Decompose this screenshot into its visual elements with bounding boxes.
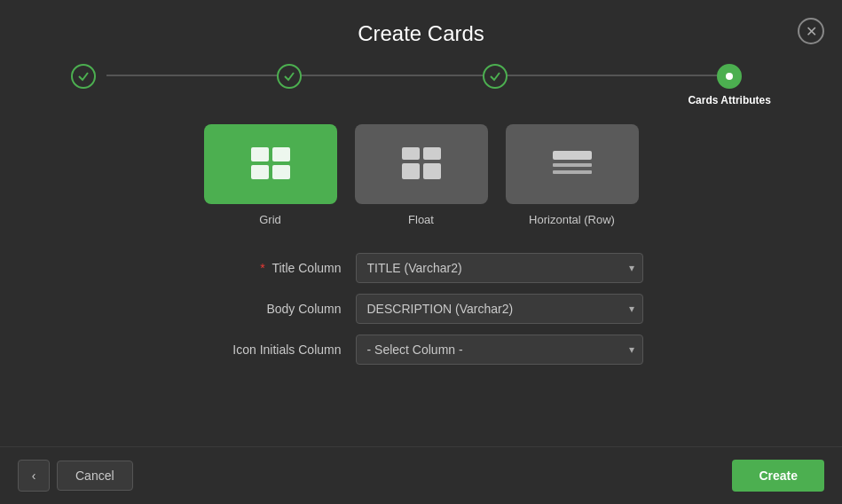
card-type-selector: Grid Float — [204, 124, 639, 226]
title-column-wrapper: TITLE (Varchar2) DESCRIPTION (Varchar2) … — [356, 253, 643, 283]
step-4-circle — [717, 64, 742, 89]
body-column-wrapper: DESCRIPTION (Varchar2) TITLE (Varchar2) … — [356, 294, 643, 324]
step-1-circle — [71, 64, 96, 89]
cancel-button[interactable]: Cancel — [57, 461, 133, 491]
svg-rect-11 — [553, 170, 592, 174]
title-column-select[interactable]: TITLE (Varchar2) DESCRIPTION (Varchar2) … — [356, 253, 643, 283]
create-cards-dialog: Create Cards ✕ Cards Attributes — [0, 0, 842, 504]
close-button[interactable]: ✕ — [798, 18, 824, 44]
svg-rect-8 — [423, 163, 441, 179]
create-button[interactable]: Create — [732, 460, 824, 492]
horizontal-label: Horizontal (Row) — [529, 213, 615, 226]
step-2 — [277, 64, 302, 89]
svg-rect-1 — [251, 147, 269, 161]
svg-rect-2 — [272, 147, 290, 161]
dialog-header: Create Cards ✕ — [0, 0, 842, 55]
float-icon — [398, 144, 445, 185]
horizontal-row-icon — [549, 144, 595, 185]
body-column-select[interactable]: DESCRIPTION (Varchar2) TITLE (Varchar2) … — [356, 294, 643, 324]
stepper: Cards Attributes — [0, 55, 842, 106]
svg-rect-7 — [402, 163, 420, 179]
svg-rect-10 — [553, 163, 592, 167]
icon-initials-column-row: Icon Initials Column - Select Column - T… — [200, 335, 643, 365]
stepper-line — [106, 75, 736, 76]
step-1 — [71, 64, 96, 89]
step-3 — [483, 64, 508, 89]
icon-initials-column-wrapper: - Select Column - TITLE (Varchar2) DESCR… — [356, 335, 643, 365]
svg-rect-6 — [423, 147, 441, 160]
step-4-label: Cards Attributes — [688, 94, 771, 106]
float-button[interactable] — [355, 124, 488, 204]
dialog-title: Create Cards — [358, 21, 484, 46]
back-icon: ‹ — [32, 469, 36, 483]
float-label: Float — [408, 213, 434, 226]
svg-point-0 — [726, 73, 733, 80]
footer-left-actions: ‹ Cancel — [18, 460, 133, 492]
svg-rect-5 — [402, 147, 420, 160]
card-type-float: Float — [355, 124, 488, 226]
card-type-grid: Grid — [204, 124, 337, 226]
horizontal-button[interactable] — [506, 124, 639, 204]
card-type-horizontal: Horizontal (Row) — [506, 124, 639, 226]
title-column-row: * Title Column TITLE (Varchar2) DESCRIPT… — [200, 253, 643, 283]
required-star: * — [260, 261, 264, 275]
body-column-row: Body Column DESCRIPTION (Varchar2) TITLE… — [200, 294, 643, 324]
dialog-content: Grid Float — [0, 106, 842, 446]
step-4: Cards Attributes — [688, 64, 771, 106]
step-3-circle — [483, 64, 508, 89]
svg-rect-3 — [251, 165, 269, 179]
grid-button[interactable] — [204, 124, 337, 204]
svg-rect-4 — [272, 165, 290, 179]
step-2-circle — [277, 64, 302, 89]
icon-initials-column-select[interactable]: - Select Column - TITLE (Varchar2) DESCR… — [356, 335, 643, 365]
grid-label: Grid — [259, 213, 281, 226]
icon-initials-column-label: Icon Initials Column — [200, 343, 342, 357]
form-section: * Title Column TITLE (Varchar2) DESCRIPT… — [200, 253, 643, 365]
svg-rect-9 — [553, 151, 592, 160]
dialog-footer: ‹ Cancel Create — [0, 446, 842, 504]
grid-icon — [248, 144, 294, 185]
body-column-label: Body Column — [200, 302, 342, 316]
back-button[interactable]: ‹ — [18, 460, 50, 492]
title-column-label: * Title Column — [200, 261, 342, 275]
